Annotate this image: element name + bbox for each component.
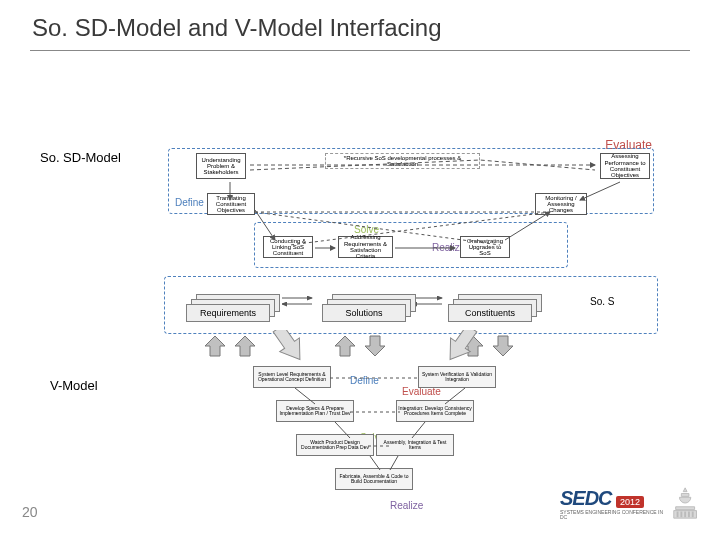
card-solutions: Solutions xyxy=(322,304,406,322)
svg-rect-13 xyxy=(676,512,678,518)
svg-line-6 xyxy=(370,456,380,470)
stack-constituents: Constituents xyxy=(448,286,544,322)
connections-top xyxy=(160,140,660,280)
label-sos: So. S xyxy=(590,296,614,307)
svg-rect-16 xyxy=(688,512,690,518)
big-flow xyxy=(230,330,540,400)
svg-line-8 xyxy=(412,422,425,438)
brand-year: 2012 xyxy=(616,496,644,508)
card-constituents: Constituents xyxy=(448,304,532,322)
title-divider xyxy=(30,50,690,51)
svg-line-5 xyxy=(335,422,350,438)
capitol-icon xyxy=(670,485,700,521)
brand-name: SEDC xyxy=(560,487,612,509)
card-requirements: Requirements xyxy=(186,304,270,322)
brand-tagline: SYSTEMS ENGINEERING CONFERENCE IN DC xyxy=(560,510,666,520)
stack-requirements: Requirements xyxy=(186,286,282,322)
brand-sedc: SEDC 2012 SYSTEMS ENGINEERING CONFERENCE… xyxy=(560,480,700,526)
label-v-model: V-Model xyxy=(50,378,98,393)
page-title: So. SD-Model and V-Model Interfacing xyxy=(32,14,442,42)
page-number: 20 xyxy=(22,504,38,520)
label-sosd-model: So. SD-Model xyxy=(40,150,121,165)
svg-line-9 xyxy=(390,456,398,470)
svg-rect-15 xyxy=(684,512,686,518)
svg-rect-14 xyxy=(680,512,682,518)
svg-rect-17 xyxy=(691,512,693,518)
